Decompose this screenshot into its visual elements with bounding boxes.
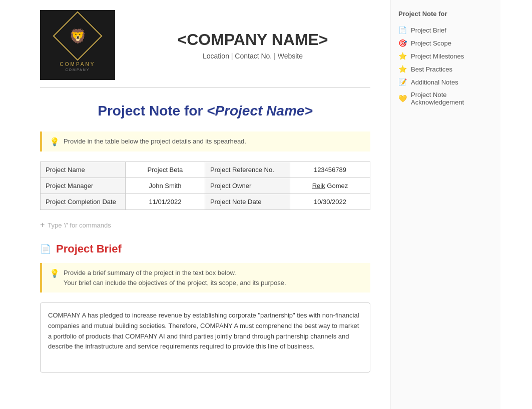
- table-label-ref-no: Project Reference No.: [205, 162, 290, 178]
- command-hint[interactable]: + Type '/' for commands: [40, 218, 370, 232]
- logo-subtext: COMPANY: [66, 68, 90, 72]
- table-label-project-name: Project Name: [41, 162, 126, 178]
- sidebar-item-project-scope[interactable]: 🎯 Project Scope: [398, 36, 493, 50]
- sidebar-item-best-practices[interactable]: ⭐ Best Practices: [398, 62, 493, 76]
- callout-text-1: Provide in the table below the project d…: [64, 136, 246, 146]
- sidebar-label-additional-notes: Additional Notes: [411, 78, 458, 86]
- sidebar-item-acknowledgement[interactable]: 💛 Project Note Acknowledgement: [398, 88, 493, 108]
- callout-icon-1: 💡: [50, 137, 60, 146]
- sidebar-label-milestones: Project Milestones: [411, 52, 464, 60]
- callout-brief: 💡 Provide a brief summary of the project…: [40, 263, 370, 292]
- sidebar-label-brief: Project Brief: [411, 26, 446, 34]
- table-value-owner: Reik Gomez: [290, 178, 370, 194]
- sidebar-label-acknowledgement: Project Note Acknowledgement: [411, 91, 493, 106]
- table-label-manager: Project Manager: [41, 178, 126, 194]
- sidebar-icon-additional-notes: 📝: [398, 78, 407, 86]
- sidebar: Project Note for 📄 Project Brief 🎯 Proje…: [390, 0, 500, 409]
- callout-icon-brief: 💡: [50, 268, 60, 278]
- logo-icon: 🦁: [69, 28, 86, 44]
- page-title: Project Note for <Project Name>: [40, 103, 370, 119]
- table-label-owner: Project Owner: [205, 178, 290, 194]
- section-heading-brief: 📄 Project Brief: [40, 242, 370, 256]
- table-row: Project Completion Date 11/01/2022 Proje…: [41, 194, 370, 210]
- company-info: <COMPANY NAME> Location | Contact No. | …: [135, 30, 370, 60]
- sidebar-label-scope: Project Scope: [411, 40, 451, 47]
- table-value-manager: John Smith: [126, 178, 205, 194]
- sidebar-item-project-brief[interactable]: 📄 Project Brief: [398, 24, 493, 36]
- sidebar-item-additional-notes[interactable]: 📝 Additional Notes: [398, 76, 493, 88]
- header: 🦁 COMPANY COMPANY <COMPANY NAME> Locatio…: [40, 10, 370, 88]
- table-label-completion-date: Project Completion Date: [41, 194, 126, 210]
- page-title-static: Project Note for: [98, 103, 207, 118]
- table-label-note-date: Project Note Date: [205, 194, 290, 210]
- brief-content-box[interactable]: COMPANY A has pledged to increase revenu…: [40, 302, 370, 372]
- sidebar-icon-milestones: ⭐: [398, 52, 407, 60]
- table-row: Project Name Project Beta Project Refere…: [41, 162, 370, 178]
- callout-text-brief: Provide a brief summary of the project i…: [64, 268, 286, 288]
- sidebar-item-project-milestones[interactable]: ⭐ Project Milestones: [398, 50, 493, 62]
- company-details: Location | Contact No. | Website: [135, 52, 370, 60]
- owner-name-link[interactable]: Reik: [312, 182, 325, 190]
- brief-section-title: Project Brief: [56, 242, 122, 256]
- table-value-note-date: 10/30/2022: [290, 194, 370, 210]
- sidebar-icon-brief: 📄: [398, 26, 407, 34]
- logo-text: COMPANY: [60, 62, 96, 67]
- sidebar-icon-scope: 🎯: [398, 39, 407, 47]
- brief-section-icon: 📄: [40, 244, 51, 254]
- logo-diamond: 🦁: [53, 12, 102, 61]
- sidebar-title: Project Note for: [398, 10, 493, 18]
- command-hint-text: Type '/' for commands: [48, 222, 111, 229]
- table-value-project-name: Project Beta: [126, 162, 205, 178]
- plus-icon: +: [40, 220, 45, 230]
- logo: 🦁 COMPANY COMPANY: [40, 10, 115, 80]
- callout-brief-line2: Your brief can include the objectives of…: [64, 278, 286, 288]
- section-project-brief: 📄 Project Brief 💡 Provide a brief summar…: [40, 242, 370, 372]
- table-value-completion-date: 11/01/2022: [126, 194, 205, 210]
- sidebar-icon-best-practices: ⭐: [398, 65, 407, 73]
- table-value-ref-no: 123456789: [290, 162, 370, 178]
- callout-project-details: 💡 Provide in the table below the project…: [40, 132, 370, 152]
- page-title-project-name: <Project Name>: [207, 103, 313, 118]
- sidebar-icon-acknowledgement: 💛: [398, 94, 407, 102]
- project-table: Project Name Project Beta Project Refere…: [40, 162, 370, 210]
- sidebar-label-best-practices: Best Practices: [411, 66, 452, 73]
- brief-content-text: COMPANY A has pledged to increase revenu…: [48, 312, 359, 350]
- company-name: <COMPANY NAME>: [135, 30, 370, 49]
- table-row: Project Manager John Smith Project Owner…: [41, 178, 370, 194]
- callout-brief-line1: Provide a brief summary of the project i…: [64, 268, 286, 278]
